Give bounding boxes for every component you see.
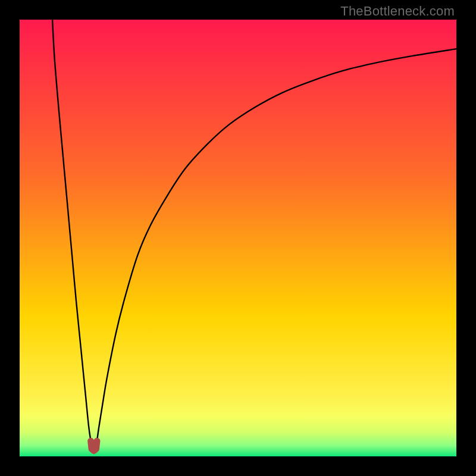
plot-area — [20, 20, 456, 456]
chart-frame: TheBottleneck.com — [0, 0, 476, 476]
watermark-text: TheBottleneck.com — [340, 4, 455, 19]
chart-canvas — [20, 20, 456, 456]
notch-marker — [91, 441, 97, 450]
